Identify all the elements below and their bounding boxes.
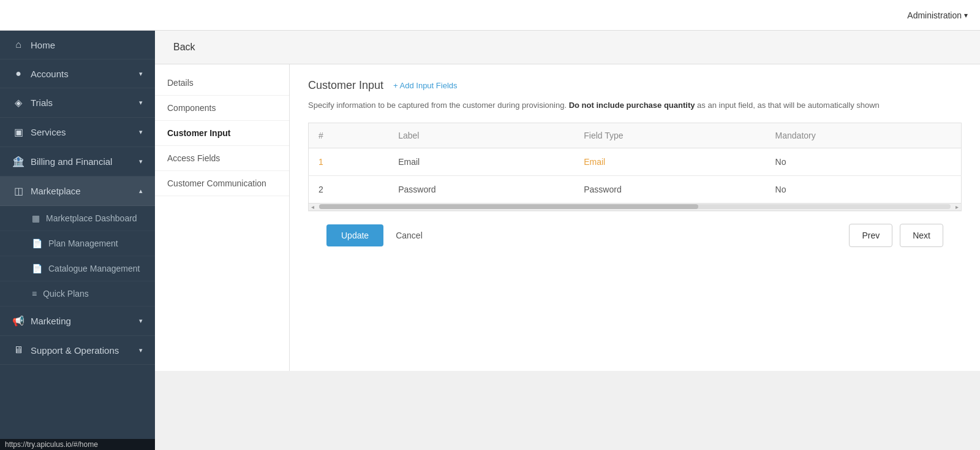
section-description: Specify information to be captured from …	[308, 99, 962, 112]
desc-bold: Do not include purchase quantity	[569, 101, 695, 110]
scroll-thumb	[319, 204, 698, 209]
row1-num[interactable]: 1	[309, 148, 389, 175]
sidebar-item-quick-plans[interactable]: ≡ Quick Plans	[0, 281, 155, 307]
sidebar-item-label: Accounts	[31, 69, 133, 79]
section-header: Customer Input + Add Input Fields	[308, 79, 962, 92]
sidebar-item-accounts[interactable]: ● Accounts ▾	[0, 59, 155, 88]
statusbar: https://try.apiculus.io/#/home	[0, 439, 155, 450]
sidebar-item-catalogue-management[interactable]: 📄 Catalogue Management	[0, 256, 155, 281]
sidebar: ⌂ Home ● Accounts ▾ ◈ Trials ▾ ▣ Service…	[0, 31, 155, 450]
content-area: Back Details Components Customer Input A…	[155, 31, 980, 450]
row2-num: 2	[309, 175, 389, 203]
row1-mandatory: No	[766, 148, 962, 175]
col-mandatory: Mandatory	[766, 123, 962, 148]
home-icon: ⌂	[12, 39, 24, 50]
row2-mandatory: No	[766, 175, 962, 203]
sidebar-item-label: Services	[31, 127, 133, 137]
sidebar-item-home[interactable]: ⌂ Home	[0, 31, 155, 59]
add-input-fields-link[interactable]: + Add Input Fields	[393, 81, 457, 90]
catalogue-icon: 📄	[32, 264, 42, 273]
statusbar-url: https://try.apiculus.io/#/home	[5, 440, 98, 449]
sidebar-item-plan-management[interactable]: 📄 Plan Management	[0, 231, 155, 256]
back-bar: Back	[155, 31, 980, 64]
topbar: Administration	[0, 0, 980, 31]
scroll-track	[319, 204, 951, 209]
sidebar-sub-item-label: Quick Plans	[43, 289, 89, 299]
services-icon: ▣	[12, 126, 24, 138]
table-row: 1 Email Email No	[309, 148, 962, 175]
col-field-type: Field Type	[574, 123, 765, 148]
scroll-left-arrow[interactable]: ◂	[309, 204, 317, 210]
sidebar-item-label: Marketplace	[31, 186, 133, 196]
next-button[interactable]: Next	[900, 224, 943, 247]
table-row: 2 Password Password No	[309, 175, 962, 203]
sidebar-item-support-ops[interactable]: 🖥 Support & Operations ▾	[0, 336, 155, 365]
row2-label: Password	[388, 175, 574, 203]
quick-plans-icon: ≡	[32, 289, 37, 299]
chevron-down-icon: ▾	[139, 346, 143, 354]
chevron-down-icon: ▾	[139, 128, 143, 136]
row1-field-type[interactable]: Email	[574, 148, 765, 175]
sidebar-item-trials[interactable]: ◈ Trials ▾	[0, 88, 155, 118]
row2-field-type: Password	[574, 175, 765, 203]
sidebar-sub-item-label: Marketplace Dashboard	[46, 213, 137, 223]
sidebar-item-marketplace[interactable]: ◫ Marketplace ▴	[0, 177, 155, 206]
col-label: Label	[388, 123, 574, 148]
accounts-icon: ●	[12, 68, 24, 79]
form-content: Customer Input + Add Input Fields Specif…	[290, 64, 980, 371]
cancel-button[interactable]: Cancel	[391, 224, 428, 246]
scroll-right-arrow[interactable]: ▸	[953, 204, 961, 210]
form-nav-access-fields[interactable]: Access Fields	[155, 146, 289, 171]
trials-icon: ◈	[12, 97, 24, 109]
back-link[interactable]: Back	[173, 42, 195, 52]
form-nav-details[interactable]: Details	[155, 71, 289, 96]
sidebar-item-label: Marketing	[31, 316, 133, 326]
sidebar-item-label: Home	[31, 40, 143, 50]
marketplace-icon: ◫	[12, 185, 24, 197]
form-nav-components[interactable]: Components	[155, 96, 289, 121]
desc-end: as an input field, as that will be autom…	[697, 101, 880, 110]
admin-menu[interactable]: Administration	[907, 10, 968, 20]
desc-start: Specify information to be captured from …	[308, 101, 567, 110]
form-panel: Details Components Customer Input Access…	[155, 64, 980, 371]
chevron-up-icon: ▴	[139, 187, 143, 195]
chevron-down-icon: ▾	[139, 99, 143, 107]
chevron-down-icon: ▾	[139, 158, 143, 166]
main-layout: ⌂ Home ● Accounts ▾ ◈ Trials ▾ ▣ Service…	[0, 31, 980, 450]
billing-icon: 🏦	[12, 156, 24, 167]
sidebar-sub-item-label: Plan Management	[48, 238, 118, 248]
chevron-down-icon: ▾	[139, 70, 143, 78]
sidebar-item-label: Billing and Financial	[31, 156, 133, 167]
sidebar-item-marketplace-dashboard[interactable]: ▦ Marketplace Dashboard	[0, 206, 155, 231]
sidebar-item-label: Support & Operations	[31, 345, 133, 356]
sidebar-item-services[interactable]: ▣ Services ▾	[0, 118, 155, 147]
table-header-row: # Label Field Type Mandatory	[309, 123, 962, 148]
sidebar-item-label: Trials	[31, 97, 133, 108]
prev-button[interactable]: Prev	[849, 224, 892, 247]
table-scrollbar[interactable]: ◂ ▸	[308, 204, 962, 211]
col-num: #	[309, 123, 389, 148]
chevron-down-icon: ▾	[139, 317, 143, 325]
section-title: Customer Input	[308, 79, 383, 92]
form-nav-customer-communication[interactable]: Customer Communication	[155, 171, 289, 196]
form-nav-customer-input[interactable]: Customer Input	[155, 121, 289, 146]
sidebar-item-billing[interactable]: 🏦 Billing and Financial ▾	[0, 147, 155, 177]
form-nav: Details Components Customer Input Access…	[155, 64, 290, 371]
marketing-icon: 📢	[12, 315, 24, 327]
update-button[interactable]: Update	[326, 224, 383, 246]
support-icon: 🖥	[12, 345, 24, 356]
row1-label: Email	[388, 148, 574, 175]
sidebar-item-marketing[interactable]: 📢 Marketing ▾	[0, 307, 155, 336]
form-footer: Update Cancel Prev Next	[308, 211, 962, 259]
dashboard-icon: ▦	[32, 213, 40, 223]
input-fields-table: # Label Field Type Mandatory 1 Email Ema…	[308, 123, 962, 204]
sidebar-sub-item-label: Catalogue Management	[48, 264, 140, 273]
plan-icon: 📄	[32, 238, 42, 248]
